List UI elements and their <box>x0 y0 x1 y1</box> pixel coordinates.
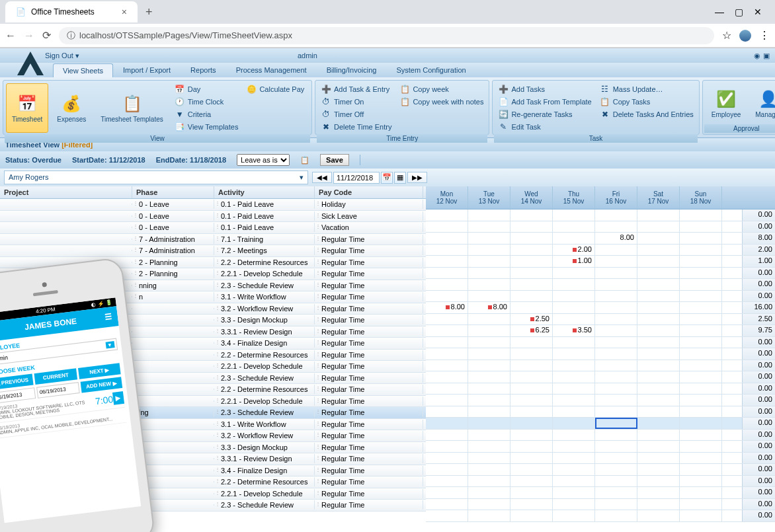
time-cell[interactable] <box>553 348 595 360</box>
time-cell[interactable] <box>553 430 595 441</box>
back-icon[interactable]: ← <box>5 30 16 42</box>
table-row[interactable]: 2.2.1 - Develop ScheduleRegular Time <box>0 396 426 408</box>
time-cell[interactable] <box>468 291 510 302</box>
delete-entry-button[interactable]: ✖Delete Time Entry <box>318 121 394 133</box>
day-header-cell[interactable]: Fri16 Nov <box>595 186 637 209</box>
time-cell[interactable] <box>426 233 468 244</box>
info-icon[interactable]: ▣ <box>763 52 770 60</box>
timesheet-templates-button[interactable]: 📋 Timesheet Templates <box>95 83 169 133</box>
time-cell[interactable] <box>595 383 637 395</box>
table-row[interactable]: 2.3 - Schedule ReviewRegular Time <box>0 373 426 385</box>
time-cell[interactable] <box>637 383 680 395</box>
employee-approval-button[interactable]: ✅ Employee <box>706 83 747 123</box>
time-cell[interactable]: 8.00 <box>426 302 468 313</box>
time-cell[interactable] <box>553 499 595 510</box>
expenses-button[interactable]: 💰 Expenses <box>51 83 92 133</box>
table-row[interactable]: 2.2.1 - Develop ScheduleRegular Time <box>0 361 426 373</box>
time-cell[interactable] <box>680 476 722 487</box>
time-cell[interactable] <box>595 499 637 510</box>
time-cell[interactable] <box>637 337 680 348</box>
time-cell[interactable] <box>680 279 722 290</box>
time-cell[interactable] <box>426 209 468 221</box>
time-cell[interactable] <box>426 348 468 360</box>
table-row[interactable]: 2.2 - Determine ResourcesRegular Time <box>0 476 426 488</box>
time-cell[interactable] <box>595 430 637 441</box>
time-cell[interactable] <box>637 499 680 510</box>
table-row[interactable]: 7 - Administration7.1 - TrainingRegular … <box>0 234 426 246</box>
time-cell[interactable] <box>637 395 680 406</box>
time-cell[interactable] <box>680 348 722 360</box>
time-cell[interactable] <box>637 302 680 313</box>
table-row[interactable]: 2.2 - Determine ResourcesRegular Time <box>0 350 426 361</box>
menu-icon[interactable]: ⋮ <box>759 29 770 42</box>
table-row[interactable]: 0 - Leave0.1 - Paid LeaveVacation <box>0 222 426 234</box>
time-cell[interactable] <box>426 371 468 383</box>
add-task-entry-button[interactable]: ➕Add Task & Entry <box>318 83 394 95</box>
time-cell[interactable] <box>426 360 468 371</box>
minimize-icon[interactable]: — <box>715 7 724 17</box>
time-cell[interactable] <box>426 453 468 464</box>
time-cell[interactable] <box>468 233 510 244</box>
time-cell[interactable] <box>510 476 553 487</box>
col-paycode[interactable]: Pay Code <box>315 186 423 198</box>
table-row[interactable]: nning2.3 - Schedule ReviewRegular Time <box>0 280 426 292</box>
day-button[interactable]: 📅Day <box>172 83 241 95</box>
table-row[interactable]: 3.4 - Finalize DesignRegular Time <box>0 465 426 477</box>
time-cell[interactable] <box>595 406 637 418</box>
time-cell[interactable] <box>553 453 595 464</box>
time-cell[interactable] <box>595 476 637 487</box>
time-cell[interactable] <box>426 268 468 279</box>
menu-tab-view-sheets[interactable]: View Sheets <box>53 63 113 77</box>
date-input[interactable] <box>333 172 380 184</box>
time-cell[interactable] <box>510 510 553 521</box>
table-row[interactable]: 2 - Planning2.2 - Determine ResourcesReg… <box>0 257 426 269</box>
maximize-icon[interactable]: ▢ <box>735 7 743 17</box>
time-cell[interactable] <box>510 291 553 302</box>
time-cell[interactable] <box>468 245 510 256</box>
time-cell[interactable]: 2.50 <box>510 314 553 325</box>
add-tasks-button[interactable]: ➕Add Tasks <box>495 83 594 95</box>
time-cell[interactable]: 3.50 <box>553 325 595 336</box>
time-cell[interactable] <box>680 487 722 498</box>
time-cell[interactable] <box>637 291 680 302</box>
copy-tasks-button[interactable]: 📋Copy Tasks <box>597 96 696 108</box>
table-row[interactable]: 7 - Administration7.2 - MeetingsRegular … <box>0 245 426 257</box>
time-cell[interactable] <box>680 337 722 348</box>
time-cell[interactable] <box>426 418 468 429</box>
time-cell[interactable] <box>553 441 595 452</box>
time-cell[interactable] <box>468 430 510 441</box>
new-tab-button[interactable]: + <box>138 5 161 19</box>
time-cell[interactable] <box>637 441 680 452</box>
table-row[interactable]: 3.3.1 - Review DesignRegular Time <box>0 453 426 465</box>
time-cell[interactable] <box>510 233 553 244</box>
table-row[interactable]: 2.3 - Schedule ReviewRegular Time <box>0 500 426 512</box>
time-cell[interactable] <box>468 337 510 348</box>
time-cell[interactable] <box>680 245 722 256</box>
day-header-cell[interactable]: Tue13 Nov <box>468 186 510 209</box>
mass-update-button[interactable]: ☷Mass Update… <box>597 83 696 95</box>
time-cell[interactable] <box>510 418 553 429</box>
table-row[interactable]: ing2.3 - Schedule ReviewRegular Time <box>0 407 426 419</box>
time-cell[interactable] <box>468 464 510 475</box>
regenerate-tasks-button[interactable]: 🔄Re-generate Tasks <box>495 108 594 120</box>
time-cell[interactable] <box>680 314 722 325</box>
table-row[interactable]: 2.2 - Determine ResourcesRegular Time <box>0 384 426 396</box>
time-cell[interactable] <box>595 209 637 221</box>
time-cell[interactable] <box>553 418 595 429</box>
time-cell[interactable] <box>510 487 553 498</box>
criteria-button[interactable]: ▼Criteria <box>172 108 241 120</box>
time-cell[interactable] <box>468 441 510 452</box>
time-cell[interactable] <box>510 441 553 452</box>
time-cell[interactable] <box>680 383 722 395</box>
time-cell[interactable]: 1.00 <box>553 256 595 267</box>
time-cell[interactable] <box>637 430 680 441</box>
table-row[interactable]: 3.4 - Finalize DesignRegular Time <box>0 338 426 350</box>
day-header-cell[interactable]: Wed14 Nov <box>510 186 553 209</box>
time-cell[interactable] <box>510 209 553 221</box>
time-cell[interactable] <box>595 302 637 313</box>
time-cell[interactable] <box>468 256 510 267</box>
time-cell[interactable] <box>426 499 468 510</box>
time-cell[interactable] <box>595 453 637 464</box>
time-cell[interactable] <box>680 360 722 371</box>
time-cell[interactable] <box>595 256 637 267</box>
